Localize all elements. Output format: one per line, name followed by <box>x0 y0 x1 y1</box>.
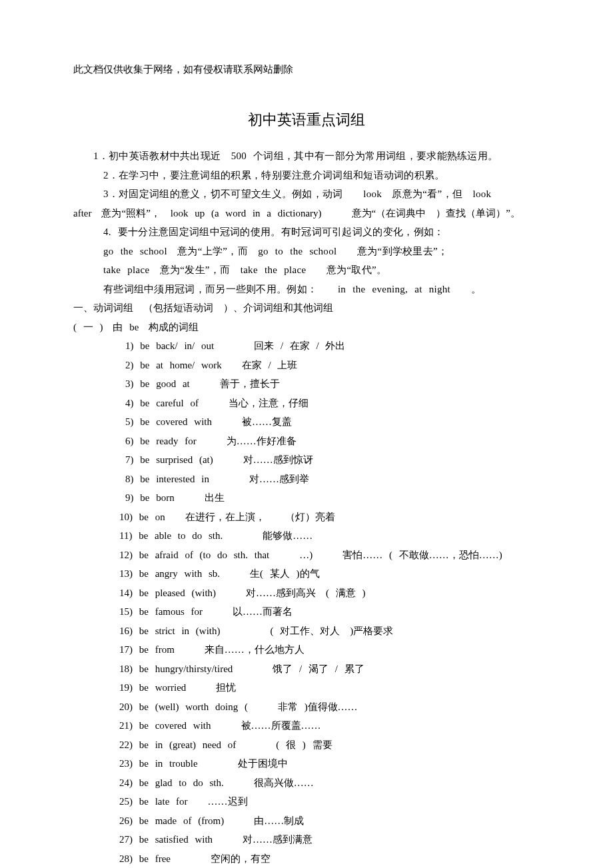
be-item-11: 11) be able to do sth. 能够做…… <box>73 526 540 546</box>
intro-line-1: 1．初中英语教材中共出现近 500 个词组，其中有一部分为常用词组，要求能熟练运… <box>73 147 540 166</box>
be-item-19: 19) be worried 担忧 <box>73 678 540 697</box>
be-item-26: 26) be made of (from) 由……制成 <box>73 811 540 831</box>
intro-line-7: 有些词组中须用冠词，而另一些则不用。例如： in the evening, at… <box>73 280 540 299</box>
be-item-20: 20) be (well) worth doing ( 非常 )值得做…… <box>73 697 540 717</box>
be-item-3: 3) be good at 善于，擅长于 <box>73 374 540 394</box>
be-item-24: 24) be glad to do sth. 很高兴做…… <box>73 773 540 793</box>
be-item-15: 15) be famous for 以……而著名 <box>73 602 540 622</box>
be-item-28: 28) be free 空闲的，有空 <box>73 849 540 868</box>
be-item-22: 22) be in (great) need of ( 很 ) 需要 <box>73 735 540 755</box>
intro-line-2: 2．在学习中，要注意词组的积累，特别要注意介词词组和短语动词的积累。 <box>73 166 540 185</box>
be-item-7: 7) be surprised (at) 对……感到惊讶 <box>73 450 540 470</box>
be-item-25: 25) be late for ……迟到 <box>73 792 540 811</box>
intro-line-4: 4. 要十分注意固定词组中冠词的使用。有时冠词可引起词义的变化，例如： <box>73 222 540 242</box>
be-item-5: 5) be covered with 被……复盖 <box>73 412 540 432</box>
intro-line-3: 3．对固定词组的意义，切不可望文生义。例如，动词 look 原意为“看”，但 l… <box>73 185 540 204</box>
be-item-10: 10) be on 在进行，在上演， （灯）亮着 <box>73 508 540 527</box>
section-1-sub: ( 一 ) 由 be 构成的词组 <box>73 318 540 337</box>
header-disclaimer: 此文档仅供收集于网络，如有侵权请联系网站删除 <box>73 60 540 79</box>
be-item-14: 14) be pleased (with) 对……感到高兴 ( 满意 ) <box>73 584 540 603</box>
document-page: 此文档仅供收集于网络，如有侵权请联系网站删除 初中英语重点词组 1．初中英语教材… <box>0 0 613 868</box>
be-item-8: 8) be interested in 对……感到举 <box>73 470 540 489</box>
be-item-17: 17) be from 来自……，什么地方人 <box>73 640 540 659</box>
document-title: 初中英语重点词组 <box>73 106 540 134</box>
be-item-9: 9) be born 出生 <box>73 488 540 508</box>
intro-line-after: after 意为“照料”， look up (a word in a dicti… <box>73 204 540 223</box>
be-item-18: 18) be hungry/thirsty/tired 饿了 / 渴了 / 累了 <box>73 659 540 679</box>
intro-line-5: go the school 意为“上学”，而 go to the school … <box>73 242 540 261</box>
be-item-16: 16) be strict in (with) ( 对工作、对人 )严格要求 <box>73 622 540 641</box>
be-item-6: 6) be ready for 为……作好准备 <box>73 432 540 451</box>
be-item-13: 13) be angry with sb. 生( 某人 )的气 <box>73 564 540 584</box>
be-item-27: 27) be satisfied with 对……感到满意 <box>73 830 540 849</box>
be-item-2: 2) be at home/ work 在家 / 上班 <box>73 356 540 375</box>
be-item-21: 21) be covered with 被……所覆盖…… <box>73 716 540 735</box>
be-item-23: 23) be in trouble 处于困境中 <box>73 754 540 773</box>
be-item-4: 4) be careful of 当心，注意，仔细 <box>73 394 540 413</box>
section-1-title: 一、动词词组 （包括短语动词 ）、介词词组和其他词组 <box>73 298 540 318</box>
be-item-12: 12) be afraid of (to do sth. that …) 害怕…… <box>73 546 540 565</box>
intro-line-6: take place 意为“发生”，而 take the place 意为“取代… <box>73 260 540 280</box>
be-item-1: 1) be back/ in/ out 回来 / 在家 / 外出 <box>73 336 540 356</box>
